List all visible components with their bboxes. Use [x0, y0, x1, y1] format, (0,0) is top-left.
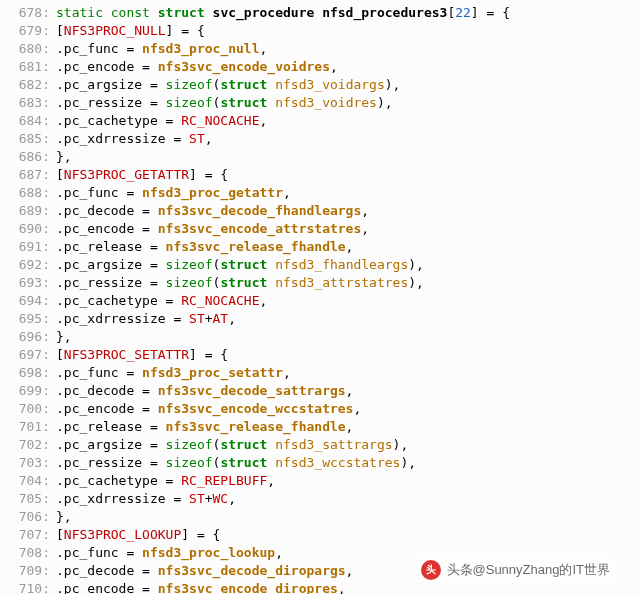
line-content: .pc_decode = nfs3svc_decode_sattrargs,	[56, 382, 353, 400]
line-content: },	[56, 508, 72, 526]
line-content: .pc_cachetype = RC_NOCACHE,	[56, 292, 267, 310]
line-number: 697:	[8, 346, 56, 364]
line-content: .pc_xdrressize = ST,	[56, 130, 213, 148]
code-line: 707: [NFS3PROC_LOOKUP] = {	[8, 526, 632, 544]
line-content: .pc_encode = nfs3svc_encode_diropres,	[56, 580, 346, 594]
line-content: static const struct svc_procedure nfsd_p…	[56, 4, 510, 22]
line-number: 703:	[8, 454, 56, 472]
line-content: .pc_func = nfsd3_proc_setattr,	[56, 364, 291, 382]
line-number: 708:	[8, 544, 56, 562]
line-content: .pc_decode = nfs3svc_decode_diropargs,	[56, 562, 353, 580]
line-number: 678:	[8, 4, 56, 22]
code-line: 688: .pc_func = nfsd3_proc_getattr,	[8, 184, 632, 202]
line-content: .pc_argsize = sizeof(struct nfsd3_sattra…	[56, 436, 408, 454]
code-line: 683: .pc_ressize = sizeof(struct nfsd3_v…	[8, 94, 632, 112]
line-content: .pc_ressize = sizeof(struct nfsd3_attrst…	[56, 274, 424, 292]
code-line: 703: .pc_ressize = sizeof(struct nfsd3_w…	[8, 454, 632, 472]
line-content: },	[56, 328, 72, 346]
line-content: .pc_func = nfsd3_proc_null,	[56, 40, 267, 58]
line-number: 679:	[8, 22, 56, 40]
code-line: 685: .pc_xdrressize = ST,	[8, 130, 632, 148]
line-number: 692:	[8, 256, 56, 274]
line-content: .pc_argsize = sizeof(struct nfsd3_voidar…	[56, 76, 400, 94]
code-line: 705: .pc_xdrressize = ST+WC,	[8, 490, 632, 508]
line-number: 689:	[8, 202, 56, 220]
line-number: 701:	[8, 418, 56, 436]
line-number: 709:	[8, 562, 56, 580]
code-line: 686: },	[8, 148, 632, 166]
line-content: .pc_xdrressize = ST+AT,	[56, 310, 236, 328]
line-number: 685:	[8, 130, 56, 148]
line-content: .pc_encode = nfs3svc_encode_wccstatres,	[56, 400, 361, 418]
line-content: .pc_encode = nfs3svc_encode_attrstatres,	[56, 220, 369, 238]
code-line: 680: .pc_func = nfsd3_proc_null,	[8, 40, 632, 58]
line-number: 682:	[8, 76, 56, 94]
code-line: 679: [NFS3PROC_NULL] = {	[8, 22, 632, 40]
code-line: 691: .pc_release = nfs3svc_release_fhand…	[8, 238, 632, 256]
line-content: .pc_func = nfsd3_proc_getattr,	[56, 184, 291, 202]
line-number: 698:	[8, 364, 56, 382]
line-number: 686:	[8, 148, 56, 166]
line-content: .pc_ressize = sizeof(struct nfsd3_wccsta…	[56, 454, 416, 472]
line-content: .pc_ressize = sizeof(struct nfsd3_voidre…	[56, 94, 393, 112]
code-line: 702: .pc_argsize = sizeof(struct nfsd3_s…	[8, 436, 632, 454]
line-content: [NFS3PROC_NULL] = {	[56, 22, 205, 40]
line-number: 707:	[8, 526, 56, 544]
line-number: 693:	[8, 274, 56, 292]
code-line: 684: .pc_cachetype = RC_NOCACHE,	[8, 112, 632, 130]
watermark: 头 头条@SunnyZhang的IT世界	[415, 558, 616, 582]
line-content: .pc_release = nfs3svc_release_fhandle,	[56, 418, 353, 436]
code-line: 710: .pc_encode = nfs3svc_encode_diropre…	[8, 580, 632, 594]
line-number: 694:	[8, 292, 56, 310]
line-number: 702:	[8, 436, 56, 454]
code-line: 690: .pc_encode = nfs3svc_encode_attrsta…	[8, 220, 632, 238]
code-line: 682: .pc_argsize = sizeof(struct nfsd3_v…	[8, 76, 632, 94]
line-number: 684:	[8, 112, 56, 130]
line-content: .pc_xdrressize = ST+WC,	[56, 490, 236, 508]
code-line: 706: },	[8, 508, 632, 526]
avatar-icon: 头	[421, 560, 441, 580]
line-number: 687:	[8, 166, 56, 184]
line-number: 691:	[8, 238, 56, 256]
watermark-text: 头条@SunnyZhang的IT世界	[447, 561, 610, 579]
line-number: 688:	[8, 184, 56, 202]
line-content: [NFS3PROC_LOOKUP] = {	[56, 526, 220, 544]
code-line: 692: .pc_argsize = sizeof(struct nfsd3_f…	[8, 256, 632, 274]
line-number: 680:	[8, 40, 56, 58]
line-content: .pc_func = nfsd3_proc_lookup,	[56, 544, 283, 562]
line-content: .pc_cachetype = RC_NOCACHE,	[56, 112, 267, 130]
line-content: .pc_release = nfs3svc_release_fhandle,	[56, 238, 353, 256]
line-number: 700:	[8, 400, 56, 418]
line-number: 699:	[8, 382, 56, 400]
code-line: 681: .pc_encode = nfs3svc_encode_voidres…	[8, 58, 632, 76]
line-number: 704:	[8, 472, 56, 490]
line-content: .pc_cachetype = RC_REPLBUFF,	[56, 472, 275, 490]
code-line: 694: .pc_cachetype = RC_NOCACHE,	[8, 292, 632, 310]
line-content: .pc_encode = nfs3svc_encode_voidres,	[56, 58, 338, 76]
code-line: 678:static const struct svc_procedure nf…	[8, 4, 632, 22]
line-number: 695:	[8, 310, 56, 328]
code-line: 696: },	[8, 328, 632, 346]
code-line: 693: .pc_ressize = sizeof(struct nfsd3_a…	[8, 274, 632, 292]
code-line: 704: .pc_cachetype = RC_REPLBUFF,	[8, 472, 632, 490]
line-number: 683:	[8, 94, 56, 112]
code-line: 699: .pc_decode = nfs3svc_decode_sattrar…	[8, 382, 632, 400]
code-line: 697: [NFS3PROC_SETATTR] = {	[8, 346, 632, 364]
code-line: 700: .pc_encode = nfs3svc_encode_wccstat…	[8, 400, 632, 418]
line-number: 696:	[8, 328, 56, 346]
code-line: 695: .pc_xdrressize = ST+AT,	[8, 310, 632, 328]
line-content: },	[56, 148, 72, 166]
code-line: 698: .pc_func = nfsd3_proc_setattr,	[8, 364, 632, 382]
line-number: 690:	[8, 220, 56, 238]
line-content: [NFS3PROC_GETATTR] = {	[56, 166, 228, 184]
code-line: 689: .pc_decode = nfs3svc_decode_fhandle…	[8, 202, 632, 220]
line-content: [NFS3PROC_SETATTR] = {	[56, 346, 228, 364]
line-content: .pc_argsize = sizeof(struct nfsd3_fhandl…	[56, 256, 424, 274]
line-content: .pc_decode = nfs3svc_decode_fhandleargs,	[56, 202, 369, 220]
line-number: 705:	[8, 490, 56, 508]
code-listing: 678:static const struct svc_procedure nf…	[8, 4, 632, 594]
code-line: 687: [NFS3PROC_GETATTR] = {	[8, 166, 632, 184]
line-number: 681:	[8, 58, 56, 76]
line-number: 706:	[8, 508, 56, 526]
line-number: 710:	[8, 580, 56, 594]
